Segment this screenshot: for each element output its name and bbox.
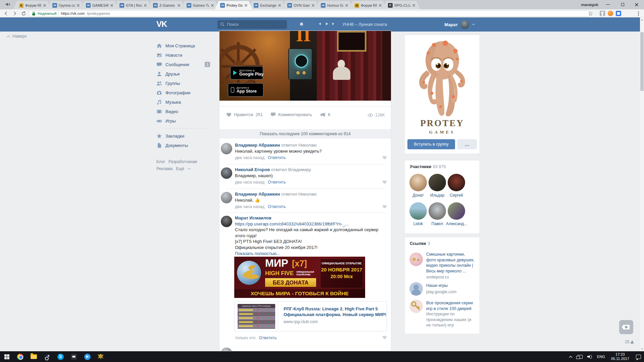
browser-tab-ovn-games[interactable]: vk OVN Games bbox=[282, 1, 319, 9]
member-item[interactable]: Сергей bbox=[446, 174, 467, 198]
members-header[interactable]: Участники63 875 bbox=[410, 164, 446, 169]
player-previous-icon[interactable] bbox=[317, 22, 321, 26]
close-tab-icon[interactable] bbox=[311, 4, 315, 7]
join-group-button[interactable]: Вступить в группу bbox=[407, 139, 455, 149]
browser-tab-gta[interactable]: vk GTA | Rocksta bbox=[114, 1, 152, 9]
sidebar-item-groups[interactable]: Группы bbox=[156, 79, 210, 88]
sidebar-item-documents[interactable]: Документы bbox=[156, 141, 210, 150]
show-full-link[interactable]: Показать полностью... bbox=[235, 251, 388, 257]
url-host[interactable]: https://vk.com bbox=[61, 11, 85, 15]
browser-tab-forum-rpg-2[interactable]: Форум RPG-C bbox=[349, 1, 387, 9]
bookmark-star-icon[interactable] bbox=[588, 11, 593, 16]
sidebar-item-messages[interactable]: Сообщения 1 bbox=[156, 60, 210, 69]
comment-author-link[interactable]: Владимир Абрамкин bbox=[235, 143, 280, 148]
link-attachment-card[interactable]: Сравнение Java и PTS платформ ✗✓ ✗✓ ✗✓ ✗… bbox=[234, 301, 387, 331]
close-tab-icon[interactable] bbox=[278, 4, 281, 7]
now-playing-track[interactable]: УННВ – Лунная соната bbox=[342, 22, 387, 27]
avatar[interactable] bbox=[221, 216, 232, 227]
chrome-profile-name[interactable]: maratgnk bbox=[581, 3, 598, 7]
footer-link-blog[interactable]: Блог bbox=[156, 159, 165, 164]
browser-tab-exchange[interactable]: vk Exchange Ga bbox=[248, 1, 286, 9]
reply-link[interactable]: Ответить bbox=[268, 155, 286, 160]
browser-tab-games4u[interactable]: vk GAMES4U | S bbox=[81, 1, 118, 9]
tab-audio-icon[interactable] bbox=[5, 2, 10, 6]
avatar[interactable] bbox=[221, 192, 232, 203]
close-tab-icon[interactable] bbox=[379, 4, 382, 7]
footer-link-ads[interactable]: Реклама bbox=[156, 166, 172, 171]
link-title[interactable]: Наши игры bbox=[426, 283, 476, 289]
sidebar-item-photos[interactable]: Фотографии bbox=[156, 88, 210, 97]
player-next-icon[interactable] bbox=[332, 22, 336, 26]
footer-link-developers[interactable]: Разработчикам bbox=[168, 159, 197, 164]
group-more-button[interactable]: ... bbox=[457, 139, 477, 149]
attachment-title[interactable]: РПГ-Клуб Russia: Lineage 2. High Five Pa… bbox=[284, 306, 382, 317]
link-title[interactable]: Смешные картинки, фото красивых девушек,… bbox=[426, 252, 476, 274]
forward-button[interactable] bbox=[11, 10, 18, 16]
browser-tab-rpg-club[interactable]: R RPG-CLUB Ev bbox=[383, 1, 420, 9]
close-tab-icon[interactable] bbox=[43, 4, 46, 7]
action-center-icon[interactable] bbox=[633, 351, 644, 362]
sidebar-item-music[interactable]: Музыка bbox=[156, 97, 210, 107]
member-item[interactable]: Ильдар bbox=[427, 174, 448, 198]
links-header[interactable]: Ссылки3 bbox=[410, 241, 430, 246]
network-icon[interactable] bbox=[576, 351, 585, 362]
comment-author-link[interactable]: Марат Исмаилов bbox=[235, 215, 271, 220]
start-button[interactable] bbox=[0, 351, 13, 362]
taskbar-chrome[interactable] bbox=[13, 351, 27, 362]
window-restore-button[interactable] bbox=[616, 0, 629, 9]
link-thumbnail[interactable] bbox=[409, 282, 423, 296]
back-button[interactable] bbox=[3, 10, 9, 16]
avatar[interactable] bbox=[221, 167, 232, 179]
link-title[interactable]: Все прохождения серии игр в стиле 100 дв… bbox=[426, 300, 476, 311]
window-minimize-button[interactable] bbox=[601, 0, 614, 9]
avatar[interactable] bbox=[221, 143, 232, 154]
comment-author-link[interactable]: Николай Егоров bbox=[235, 167, 270, 172]
footer-link-more[interactable]: Ещё bbox=[176, 166, 184, 171]
browser-tab-games-tutor[interactable]: vk Games Tutor bbox=[181, 1, 219, 9]
notifications-bell-icon[interactable] bbox=[299, 22, 304, 27]
like-heart-icon[interactable] bbox=[382, 335, 387, 340]
member-item[interactable]: Lidok bbox=[408, 202, 429, 226]
comment-button[interactable]: Комментировать bbox=[270, 112, 312, 117]
taskbar-app-dark[interactable] bbox=[67, 351, 81, 362]
stream-camera-button[interactable] bbox=[619, 320, 633, 334]
player-play-icon[interactable] bbox=[325, 22, 329, 26]
url-path[interactable]: /proteygames bbox=[87, 11, 110, 15]
sidebar-item-my-page[interactable]: Моя Страница bbox=[156, 41, 210, 50]
browser-tab-zgames[interactable]: vk Z-Games [offi bbox=[148, 1, 185, 9]
like-button[interactable]: Нравится 251 bbox=[226, 112, 263, 117]
scroll-down-arrow[interactable]: ▼ bbox=[641, 348, 643, 351]
back-to-top-link[interactable]: Наверх bbox=[7, 34, 27, 39]
comment-url-link[interactable]: https://pp.userapi.com/c840332/v84033236… bbox=[235, 221, 388, 227]
like-heart-icon[interactable] bbox=[382, 205, 387, 209]
link-thumbnail[interactable] bbox=[409, 253, 423, 266]
taskbar-explorer[interactable] bbox=[27, 351, 40, 362]
sidebar-item-news[interactable]: Новости bbox=[156, 50, 210, 60]
sidebar-item-video[interactable]: Видео bbox=[156, 107, 210, 116]
reload-button[interactable] bbox=[20, 10, 27, 16]
reply-link[interactable]: Ответить bbox=[259, 335, 277, 340]
profile-extension-icon[interactable] bbox=[600, 11, 605, 16]
close-tab-icon[interactable] bbox=[144, 4, 147, 7]
comment-author-link[interactable]: Владимир Абрамкин bbox=[235, 192, 280, 197]
sidebar-item-games[interactable]: Игры bbox=[156, 116, 210, 125]
browser-tab-protey-games-active[interactable]: vk Protey Games bbox=[215, 1, 252, 9]
volume-icon[interactable] bbox=[585, 351, 594, 362]
taskbar-steam[interactable] bbox=[40, 351, 54, 362]
member-item[interactable]: Павел bbox=[427, 202, 448, 226]
browser-tab-humus[interactable]: vk Humus Game bbox=[315, 1, 353, 9]
language-indicator[interactable]: ENG bbox=[594, 355, 608, 359]
taskbar-app-eagle[interactable] bbox=[94, 351, 107, 362]
taskbar-app-blue[interactable] bbox=[81, 351, 94, 362]
share-button[interactable]: 6 bbox=[320, 112, 330, 117]
vk-logo[interactable]: VK bbox=[156, 19, 167, 29]
clock[interactable]: 17:23 05.11.2017 bbox=[608, 352, 633, 361]
close-tab-icon[interactable] bbox=[77, 4, 80, 7]
member-item[interactable]: Александ... bbox=[446, 202, 467, 226]
hidden-icons-chevron[interactable] bbox=[566, 351, 576, 362]
address-bar[interactable]: Надежный https://vk.com/proteygames bbox=[29, 10, 590, 16]
member-item[interactable]: Донат bbox=[408, 174, 429, 198]
taskbar-skype[interactable] bbox=[54, 351, 67, 362]
close-tab-icon[interactable] bbox=[211, 4, 214, 7]
page-scrollbar[interactable]: ▲ ▼ bbox=[640, 17, 644, 351]
